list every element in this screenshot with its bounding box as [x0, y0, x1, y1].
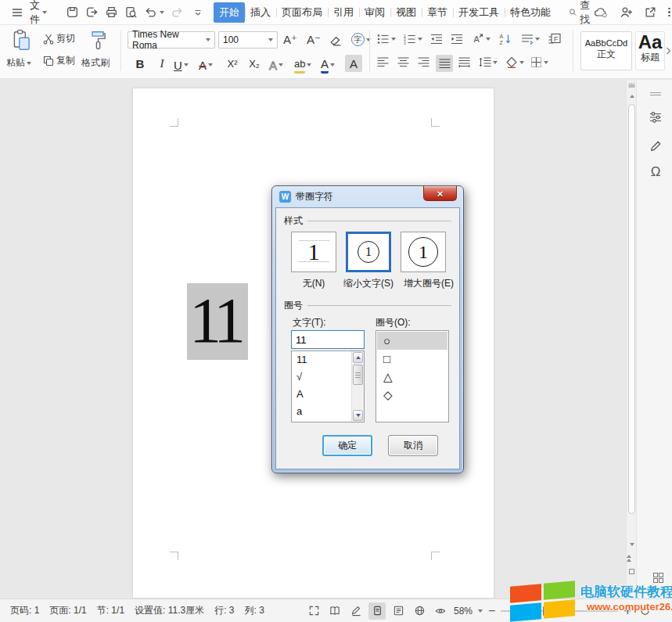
circle-options-list[interactable]: ○ □ △ ◇	[376, 330, 449, 422]
text-options-list[interactable]: 11 √ A a	[291, 351, 365, 422]
justify-button[interactable]	[436, 55, 453, 72]
symbol-omega-icon[interactable]: Ω	[648, 164, 663, 180]
properties-settings-icon[interactable]	[648, 110, 663, 125]
page-view-button[interactable]	[368, 602, 386, 620]
subscript-button[interactable]: X₂	[246, 55, 263, 72]
more-options-icon[interactable]	[668, 8, 670, 17]
character-scale-button[interactable]: A	[471, 33, 491, 45]
tab-review[interactable]: 审阅	[359, 2, 390, 23]
character-shading-button[interactable]: A	[345, 55, 362, 72]
export-button[interactable]	[82, 3, 102, 22]
scrollbar-thumb[interactable]	[628, 104, 635, 514]
font-size-select[interactable]: 100	[218, 31, 278, 49]
highlight-button[interactable]: ab	[294, 56, 311, 74]
circle-option-diamond[interactable]: ◇	[377, 386, 447, 404]
write-mode-button[interactable]	[347, 602, 365, 620]
status-page-count[interactable]: 页面: 1/1	[49, 604, 86, 617]
copy-button[interactable]: 复制	[42, 54, 75, 67]
toolbar-more-button[interactable]	[190, 3, 206, 22]
print-button[interactable]	[102, 3, 121, 22]
search-button[interactable]: 查找	[569, 0, 594, 27]
style-normal[interactable]: AaBbCcDd 正文	[580, 31, 632, 70]
dialog-close-button[interactable]: ×	[423, 186, 457, 201]
style-option-shrink-text[interactable]: 1	[346, 232, 391, 272]
sidebar-handle-icon[interactable]	[648, 86, 663, 102]
tab-special-features[interactable]: 特色功能	[505, 2, 556, 23]
selected-text[interactable]: 11	[187, 283, 248, 360]
text-input[interactable]	[291, 330, 365, 349]
superscript-button[interactable]: X²	[224, 55, 241, 72]
tab-references[interactable]: 引用	[328, 2, 359, 23]
circle-option-circle[interactable]: ○	[377, 332, 447, 350]
align-right-button[interactable]	[418, 57, 429, 67]
format-painter-button[interactable]	[88, 29, 108, 52]
status-setting-value[interactable]: 设置值: 11.3厘米	[135, 604, 204, 617]
underline-button[interactable]: U	[174, 56, 189, 74]
paste-button[interactable]	[11, 29, 32, 52]
cancel-button[interactable]: 取消	[388, 435, 438, 456]
tab-page-layout[interactable]: 页面布局	[276, 2, 328, 23]
read-mode-button[interactable]	[326, 602, 343, 620]
ok-button[interactable]: 确定	[322, 435, 372, 456]
list-scrollbar-thumb[interactable]	[353, 365, 363, 385]
cloud-sync-icon[interactable]	[594, 5, 609, 19]
status-line[interactable]: 行: 3	[214, 604, 234, 617]
cut-button[interactable]: 剪切	[42, 32, 75, 45]
numbering-button[interactable]: 123	[404, 34, 422, 45]
tab-section[interactable]: 章节	[422, 2, 453, 23]
format-painter-label[interactable]: 格式刷	[81, 56, 110, 70]
print-preview-button[interactable]	[121, 3, 141, 22]
style-option-none[interactable]: 1	[291, 232, 336, 272]
tab-home[interactable]: 开始	[214, 2, 245, 23]
bullets-button[interactable]	[377, 34, 396, 45]
list-scroll-up-button[interactable]	[353, 352, 363, 363]
increase-font-button[interactable]: A⁺	[283, 33, 297, 47]
align-center-button[interactable]	[397, 57, 409, 67]
list-scrollbar[interactable]	[351, 351, 364, 422]
share-icon[interactable]	[644, 5, 657, 19]
distribute-button[interactable]	[458, 57, 470, 67]
save-button[interactable]	[63, 3, 82, 22]
undo-button[interactable]	[141, 3, 167, 22]
circle-option-triangle[interactable]: △	[377, 368, 447, 386]
strikethrough-button[interactable]: A	[199, 56, 213, 74]
clear-format-button[interactable]	[329, 34, 342, 47]
circle-option-square[interactable]: □	[377, 350, 447, 368]
status-column[interactable]: 列: 3	[245, 604, 264, 617]
status-section[interactable]: 节: 1/1	[97, 604, 124, 617]
zoom-level[interactable]: 58%	[454, 606, 473, 617]
borders-button[interactable]	[530, 56, 548, 68]
text-frame-button[interactable]: F	[548, 33, 561, 45]
style-option-enlarge-circle[interactable]: 1	[401, 232, 446, 272]
fullscreen-button[interactable]	[305, 602, 322, 620]
redo-button[interactable]	[167, 3, 187, 22]
ink-pen-icon[interactable]	[648, 138, 663, 153]
bold-button[interactable]: B	[131, 55, 149, 72]
font-name-select[interactable]: Times New Roma	[128, 31, 215, 49]
text-effects-button[interactable]: A	[269, 56, 283, 74]
increase-indent-button[interactable]	[451, 34, 463, 45]
sort-button[interactable]: AZ	[499, 33, 512, 45]
shading-button[interactable]	[505, 56, 524, 68]
paste-label[interactable]: 粘贴	[6, 56, 31, 70]
decrease-indent-button[interactable]	[430, 34, 443, 45]
web-view-button[interactable]	[411, 602, 428, 620]
eye-protection-button[interactable]	[432, 602, 449, 620]
tab-dev-tools[interactable]: 开发工具	[453, 2, 505, 23]
enclose-characters-button[interactable]: 字	[351, 33, 371, 46]
tab-view[interactable]: 视图	[390, 2, 422, 23]
file-menu[interactable]: 文件	[27, 3, 50, 22]
zoom-out-button[interactable]: −	[488, 607, 495, 615]
list-scroll-down-button[interactable]	[353, 410, 363, 421]
decrease-font-button[interactable]: A⁻	[307, 33, 321, 47]
style-heading[interactable]: Aa 标题	[635, 31, 665, 70]
font-color-button[interactable]: A	[321, 56, 335, 74]
italic-button[interactable]: I	[153, 55, 171, 72]
align-left-button[interactable]	[377, 57, 389, 67]
status-page-number[interactable]: 页码: 1	[10, 604, 39, 617]
main-menu-button[interactable]	[8, 3, 27, 22]
paragraph-layout-button[interactable]	[521, 34, 540, 45]
add-user-icon[interactable]	[620, 5, 633, 19]
styles-more-button[interactable]	[666, 47, 671, 55]
vertical-scrollbar[interactable]	[626, 80, 636, 599]
